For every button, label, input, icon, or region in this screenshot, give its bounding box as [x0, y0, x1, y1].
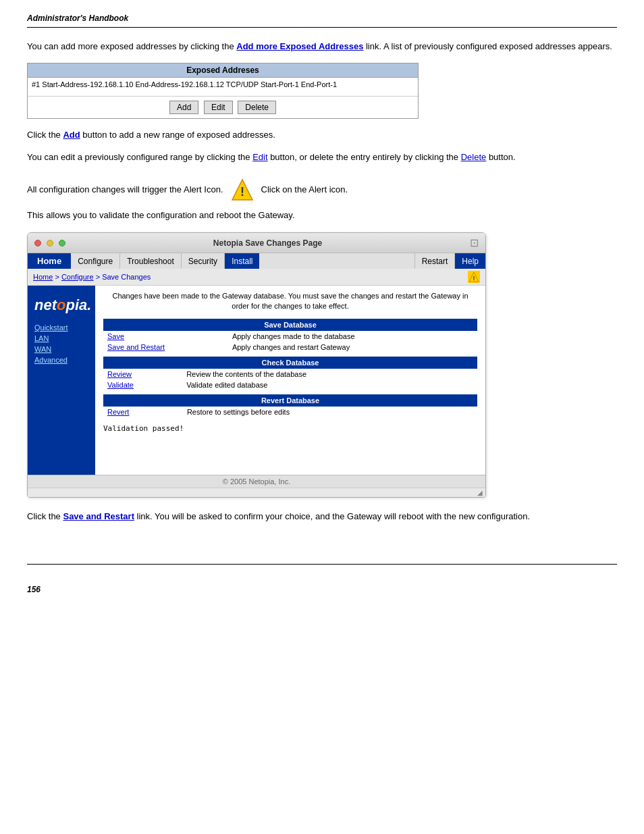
breadcrumb-current: Save Changes	[102, 273, 151, 281]
check-db-table: Review Review the contents of the databa…	[103, 369, 477, 390]
save-restart-desc-cell: Apply changes and restart Gateway	[228, 342, 477, 353]
alert-icon: !	[230, 178, 254, 202]
edit-link[interactable]: Edit	[252, 152, 267, 162]
logo-net: net	[34, 296, 57, 313]
netopia-main-content: Changes have been made to the Gateway da…	[95, 286, 485, 475]
revert-db-header: Revert Database	[103, 394, 477, 407]
alert-badge[interactable]: !	[468, 271, 480, 283]
revert-desc-cell: Restore to settings before edits	[183, 407, 477, 417]
bottom-text: Click the Save and Restart link. You wil…	[27, 510, 617, 523]
browser-statusbar: ◢	[28, 488, 485, 497]
save-row: Save Apply changes made to the database	[103, 331, 477, 342]
browser-window: Netopia Save Changes Page ⊡ Home Configu…	[27, 232, 486, 498]
intro-para3: You can edit a previously configured ran…	[27, 151, 617, 164]
revert-row: Revert Restore to settings before edits	[103, 407, 477, 417]
revert-link[interactable]: Revert	[107, 408, 129, 416]
validate-link[interactable]: Validate	[107, 381, 134, 389]
delete-link[interactable]: Delete	[461, 152, 487, 162]
netopia-body: netopia. Quickstart LAN WAN Advanced Cha…	[28, 286, 485, 475]
review-row: Review Review the contents of the databa…	[103, 369, 477, 380]
review-link-cell: Review	[103, 369, 182, 380]
dot-yellow[interactable]	[47, 240, 53, 246]
nav-install[interactable]: Install	[225, 253, 259, 269]
dot-red[interactable]	[34, 240, 41, 246]
resize-handle-icon: ◢	[477, 489, 483, 496]
sidebar: netopia. Quickstart LAN WAN Advanced	[28, 286, 95, 475]
resize-icon: ⊡	[470, 236, 479, 249]
validate-link-cell: Validate	[103, 380, 182, 390]
browser-footer: © 2005 Netopia, Inc.	[28, 475, 485, 488]
svg-text:!: !	[240, 185, 244, 199]
sidebar-item-advanced[interactable]: Advanced	[28, 355, 95, 365]
save-db-table: Save Apply changes made to the database …	[103, 331, 477, 353]
browser-titlebar: Netopia Save Changes Page ⊡	[28, 233, 485, 253]
content-notice: Changes have been made to the Gateway da…	[103, 291, 477, 312]
page-number: 156	[27, 585, 617, 594]
header-divider	[27, 27, 617, 28]
nav-help[interactable]: Help	[455, 253, 485, 269]
add-more-exposed-link[interactable]: Add more Exposed Addresses	[236, 41, 363, 51]
save-restart-row: Save and Restart Apply changes and resta…	[103, 342, 477, 353]
exposed-table-row: #1 Start-Address-192.168.1.10 End-Addres…	[28, 78, 418, 97]
save-desc-cell: Apply changes made to the database	[228, 331, 477, 342]
exposed-table-buttons: Add Edit Delete	[28, 97, 418, 118]
intro-para5: This allows you to validate the configur…	[27, 209, 617, 222]
save-link-cell: Save	[103, 331, 228, 342]
revert-db-table: Revert Restore to settings before edits	[103, 407, 477, 417]
delete-button[interactable]: Delete	[238, 101, 276, 114]
logo-opia: pia.	[65, 296, 91, 313]
save-restart-link[interactable]: Save and Restart	[107, 343, 165, 351]
review-desc-cell: Review the contents of the database	[182, 369, 477, 380]
validation-text: Validation passed!	[103, 424, 477, 433]
nav-home[interactable]: Home	[28, 253, 71, 269]
nav-bar: Home Configure Troubleshoot Security Ins…	[28, 253, 485, 269]
add-button[interactable]: Add	[169, 101, 198, 114]
breadcrumb: Home > Configure > Save Changes	[33, 273, 151, 281]
svg-text:!: !	[473, 275, 475, 282]
save-restart-link-cell: Save and Restart	[103, 342, 228, 353]
nav-spacer	[259, 253, 414, 269]
logo-dot: o	[57, 296, 65, 313]
exposed-table-header: Exposed Addreses	[28, 63, 418, 78]
validate-desc-cell: Validate edited database	[182, 380, 477, 390]
breadcrumb-home[interactable]: Home	[33, 273, 53, 281]
dot-green[interactable]	[59, 240, 65, 246]
nav-troubleshoot[interactable]: Troubleshoot	[120, 253, 182, 269]
nav-configure[interactable]: Configure	[71, 253, 120, 269]
footer-divider	[27, 564, 617, 565]
breadcrumb-bar: Home > Configure > Save Changes !	[28, 269, 485, 286]
validate-row: Validate Validate edited database	[103, 380, 477, 390]
sidebar-item-quickstart[interactable]: Quickstart	[28, 322, 95, 333]
browser-title: Netopia Save Changes Page	[71, 238, 464, 248]
alert-icon-line: All configuration changes will trigger t…	[27, 178, 617, 202]
sidebar-item-wan[interactable]: WAN	[28, 344, 95, 355]
save-restart-bottom-link[interactable]: Save and Restart	[63, 511, 134, 521]
edit-button[interactable]: Edit	[204, 101, 233, 114]
intro-para1: You can add more exposed addresses by cl…	[27, 40, 617, 53]
nav-security[interactable]: Security	[182, 253, 225, 269]
save-db-header: Save Database	[103, 319, 477, 331]
review-link[interactable]: Review	[107, 370, 132, 378]
exposed-addresses-table: Exposed Addreses #1 Start-Address-192.16…	[27, 63, 419, 119]
revert-link-cell: Revert	[103, 407, 183, 417]
intro-para2: Click the Add button to add a new range …	[27, 128, 617, 142]
save-link[interactable]: Save	[107, 332, 124, 340]
sidebar-logo: netopia.	[28, 291, 95, 322]
check-db-header: Check Database	[103, 357, 477, 369]
add-link[interactable]: Add	[63, 130, 80, 140]
sidebar-item-lan[interactable]: LAN	[28, 333, 95, 344]
breadcrumb-configure[interactable]: Configure	[61, 273, 94, 281]
nav-restart[interactable]: Restart	[414, 253, 456, 269]
page-header: Administrator's Handbook	[27, 14, 617, 23]
